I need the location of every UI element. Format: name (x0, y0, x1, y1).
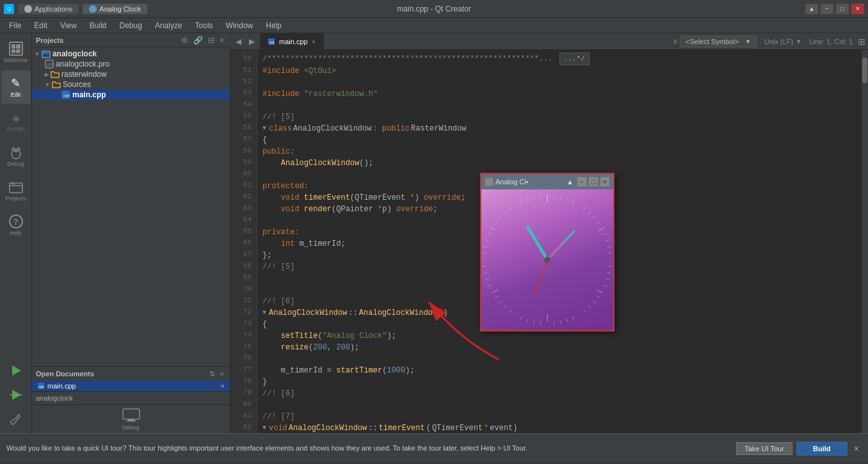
applications-tab-label: Applications (35, 5, 72, 13)
svg-line-70 (504, 211, 506, 214)
code-line (262, 100, 856, 111)
menu-view[interactable]: View (54, 20, 83, 31)
app-icon: Q (4, 4, 14, 14)
tree-item-rasterwindow[interactable]: ▶ rasterwindow (32, 69, 230, 79)
projects-link-btn[interactable]: 🔗 (191, 36, 205, 45)
pro-file-icon: .pro (45, 60, 54, 68)
svg-line-44 (597, 296, 600, 298)
svg-line-32 (583, 207, 586, 210)
left-panel: Projects ⚙ 🔗 ⊟ × ▼ analogclock .pro anal… (32, 33, 230, 433)
nav-forward-btn[interactable]: ▶ (246, 36, 257, 47)
svg-line-31 (572, 200, 574, 204)
open-docs-sort-btn[interactable]: ⇅ (207, 370, 217, 378)
split-editor-btn[interactable]: ⊞ (858, 36, 865, 47)
menu-build[interactable]: Build (83, 20, 113, 31)
projects-close-btn[interactable]: × (218, 36, 226, 45)
tree-label-main-cpp: main.cpp (72, 90, 106, 99)
floating-shade-btn[interactable]: ▲ (565, 178, 575, 186)
open-doc-close-btn[interactable]: × (221, 382, 225, 390)
take-tour-btn[interactable]: Take UI Tour (736, 442, 792, 455)
window-up-btn[interactable]: ▲ (805, 4, 818, 14)
sidebar-item-help[interactable]: ? Help (1, 209, 31, 242)
open-docs-close-btn[interactable]: × (218, 370, 226, 378)
notification-close-btn[interactable]: × (851, 444, 862, 454)
build-progress-bar: Build (796, 442, 848, 456)
floating-maximize-btn[interactable]: □ (589, 177, 598, 186)
svg-text:.pro: .pro (46, 62, 54, 67)
svg-point-2 (17, 148, 20, 150)
title-bar: Q Applications Analog Clock main.cpp - Q… (0, 0, 868, 18)
help-icon: ? (9, 214, 23, 228)
svg-rect-5 (10, 183, 22, 193)
window-maximize-btn[interactable]: □ (836, 4, 849, 14)
clock-face (481, 189, 613, 330)
open-doc-item-main-cpp[interactable]: .cpp main.cpp × (32, 381, 230, 391)
svg-line-53 (534, 320, 534, 324)
menu-tools[interactable]: Tools (189, 20, 220, 31)
sidebar-item-welcome[interactable]: Welcome (1, 36, 31, 69)
svg-line-51 (554, 321, 554, 324)
menu-analyze[interactable]: Analyze (149, 20, 189, 31)
svg-line-74 (534, 196, 534, 200)
svg-line-60 (488, 285, 491, 286)
svg-rect-16 (123, 409, 140, 419)
sidebar-item-design[interactable]: ◈ Design (1, 105, 31, 138)
tree-item-analogclock[interactable]: ▼ analogclock (32, 49, 230, 59)
debug-monitor-icon (122, 408, 141, 423)
sidebar-run-btn[interactable] (1, 359, 31, 382)
debug-label: Debug (7, 161, 24, 167)
svg-line-22 (598, 225, 604, 233)
nav-back-btn[interactable]: ◀ (233, 36, 244, 47)
line-ending-btn[interactable]: ▼ (796, 38, 801, 45)
window-minimize-btn[interactable]: − (821, 4, 833, 14)
svg-line-37 (606, 239, 609, 241)
projects-filter-btn[interactable]: ⚙ (179, 36, 190, 45)
code-line (262, 353, 856, 365)
tree-item-analogclock-pro[interactable]: .pro analogclock.pro (32, 59, 230, 69)
svg-point-0 (12, 150, 20, 159)
svg-line-62 (483, 273, 487, 273)
projects-label: Projects (5, 195, 26, 202)
debug-mode-icon-area[interactable]: Debug (32, 404, 230, 433)
sidebar-run-debug-btn[interactable] (1, 383, 31, 406)
editor-tab-active[interactable]: .cpp main.cpp × (260, 33, 324, 50)
sidebar-item-debug[interactable]: Debug (1, 140, 31, 173)
menu-help[interactable]: Help (259, 20, 288, 31)
svg-line-40 (608, 266, 612, 267)
floating-clock-window[interactable]: Analog Cl• ▲ − □ × (480, 173, 615, 332)
debug-label-bottom: Debug (122, 424, 140, 431)
sidebar-wrench-btn[interactable] (1, 408, 31, 431)
menu-file[interactable]: File (3, 20, 28, 31)
projects-collapse-btn[interactable]: ⊟ (206, 36, 216, 45)
editor-tab-close-btn[interactable]: × (312, 38, 316, 45)
svg-line-34 (593, 216, 595, 219)
svg-line-25 (493, 288, 497, 294)
symbol-select[interactable]: <Select Symbol> ▼ (680, 36, 757, 47)
open-doc-cpp-icon: .cpp (37, 382, 45, 390)
editor-scrollbar[interactable] (862, 50, 868, 433)
window-close-btn[interactable]: × (851, 4, 864, 14)
floating-close-btn[interactable]: × (600, 177, 609, 186)
position-indicator: Line: 1, Col: 1 (809, 38, 853, 45)
sidebar-item-edit[interactable]: ✎ Edit (1, 70, 31, 104)
applications-tab[interactable]: Applications (18, 4, 79, 14)
svg-line-41 (607, 273, 611, 273)
svg-line-52 (540, 321, 541, 324)
menu-edit[interactable]: Edit (28, 20, 54, 31)
edit-icon: ✎ (11, 76, 20, 90)
sidebar-item-projects[interactable]: Projects (1, 174, 31, 207)
edit-label: Edit (11, 92, 21, 98)
svg-line-35 (597, 221, 600, 224)
design-label: Design (6, 125, 24, 132)
clock-tab-icon (89, 5, 97, 13)
floating-minimize-btn[interactable]: − (577, 177, 586, 186)
analog-clock-tab[interactable]: Analog Clock (83, 4, 147, 14)
svg-line-65 (483, 246, 487, 247)
tree-item-sources[interactable]: ▼ Sources (32, 79, 230, 90)
menu-debug[interactable]: Debug (113, 20, 149, 31)
tree-item-main-cpp[interactable]: .cpp main.cpp (32, 90, 230, 100)
code-line: //! [7] (262, 411, 856, 422)
tree-label-analogclock: analogclock (52, 49, 97, 58)
svg-line-76 (527, 227, 547, 260)
menu-window[interactable]: Window (220, 20, 260, 31)
